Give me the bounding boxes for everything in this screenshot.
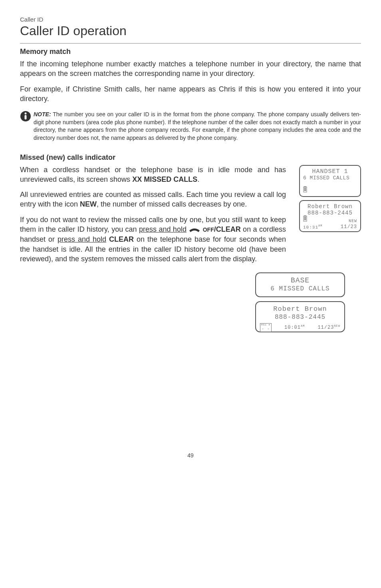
text: [106, 235, 109, 243]
svg-rect-10: [304, 217, 306, 218]
lcd-caller-name: Robert Brown: [303, 203, 357, 210]
clear-label-2: CLEAR: [109, 235, 134, 243]
page-title: Caller ID operation: [20, 24, 361, 38]
handset-detail-screen: Robert Brown 888-883-2445 NEW 10:31AM 11…: [299, 200, 361, 232]
svg-rect-12: [304, 219, 306, 220]
phone-off-icon: [189, 225, 200, 234]
lcd-caller-number: 888-883-2445: [260, 314, 340, 321]
lcd-time: 10:01AM: [284, 324, 305, 330]
page-number: 49: [20, 452, 361, 459]
battery-icon: [303, 186, 307, 194]
lcd-time: 10:31AM: [303, 224, 322, 230]
missed-para2: All unreviewed entries are counted as mi…: [20, 190, 286, 209]
note-body: The number you see on your caller ID is …: [34, 111, 361, 141]
handset-screens-column: HANDSET 1 6 MISSED CALLS Robert Brown 88…: [289, 165, 361, 232]
text-bold: NEW: [80, 200, 97, 208]
handset-idle-screen: HANDSET 1 6 MISSED CALLS: [299, 165, 361, 197]
svg-rect-11: [304, 218, 306, 219]
off-label: OFF: [203, 226, 214, 233]
note-block: NOTE: The number you see on your caller …: [20, 111, 361, 142]
svg-rect-2: [25, 115, 27, 119]
svg-point-1: [25, 113, 27, 115]
battery-icon: [303, 215, 307, 223]
divider: [20, 43, 361, 44]
svg-rect-7: [304, 190, 306, 191]
missed-para1: When a cordless handset or the telephone…: [20, 165, 286, 185]
press-hold-2: press and hold: [58, 235, 106, 243]
page-header: Caller ID Caller ID operation: [20, 16, 361, 44]
svg-rect-6: [304, 189, 306, 190]
text: , the number of missed calls decreases b…: [97, 200, 247, 208]
new-label: NEW: [349, 219, 357, 223]
lcd-line2: 6 MISSED CALLS: [303, 175, 357, 181]
note-label: NOTE:: [34, 111, 51, 117]
lcd-line1: BASE: [260, 276, 340, 284]
note-text: NOTE: The number you see on your caller …: [34, 111, 361, 142]
base-idle-screen: BASE 6 MISSED CALLS: [255, 272, 345, 297]
memory-match-para2: For example, if Christine Smith calls, h…: [20, 84, 361, 104]
base-detail-screen: Robert Brown 888-883-2445 MSG # - - 10:0…: [255, 301, 345, 332]
lcd-caller-number: 888-883-2445: [303, 210, 357, 216]
lcd-caller-name: Robert Brown: [260, 305, 340, 313]
lcd-line2: 6 MISSED CALLS: [260, 285, 340, 292]
lcd-date: 11/23: [341, 224, 357, 230]
memory-match-heading: Memory match: [20, 48, 361, 56]
lcd-date: 11/23NEW: [318, 324, 340, 330]
memory-match-para1: If the incoming telephone number exactly…: [20, 59, 361, 79]
clear-label: /CLEAR: [214, 225, 241, 233]
press-hold-1: press and hold: [139, 225, 187, 233]
text-bold: XX MISSED CALLS: [132, 175, 197, 183]
msg-indicator: MSG # - -: [260, 323, 272, 332]
section-label: Caller ID: [20, 16, 361, 23]
info-icon: [20, 111, 31, 122]
lcd-line1: HANDSET 1: [303, 168, 357, 175]
missed-para3: If you do not want to review the missed …: [20, 215, 286, 264]
base-screens-column: BASE 6 MISSED CALLS Robert Brown 888-883…: [255, 272, 345, 332]
svg-rect-5: [304, 188, 306, 189]
text: .: [197, 175, 199, 183]
missed-heading: Missed (new) calls indicator: [20, 153, 361, 162]
